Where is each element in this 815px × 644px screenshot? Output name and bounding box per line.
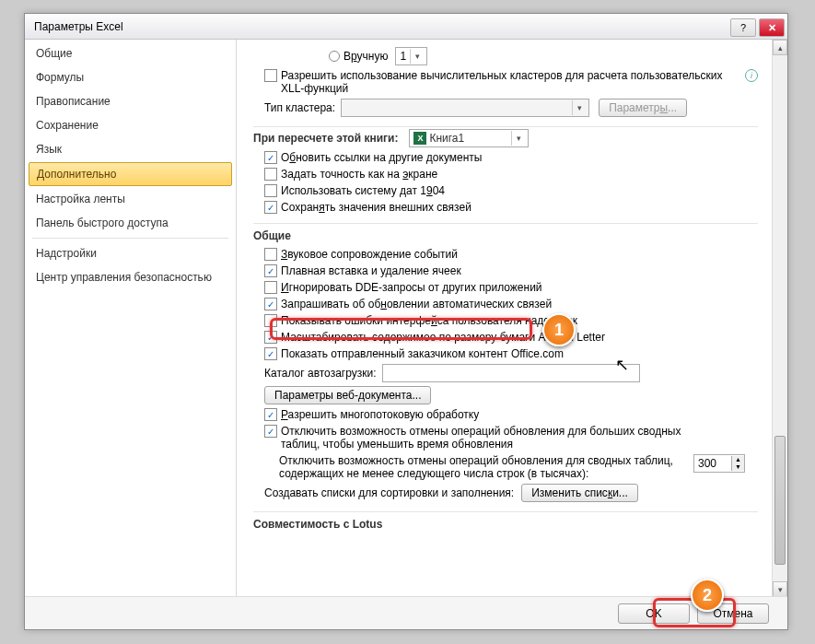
section-lotus: Совместимость с Lotus — [253, 511, 758, 534]
cluster-type-dropdown[interactable]: ▾ — [341, 99, 589, 117]
chk-office-content[interactable] — [264, 347, 277, 360]
chevron-down-icon: ▾ — [511, 131, 526, 146]
chevron-down-icon: ▾ — [572, 100, 587, 115]
nav-formulas[interactable]: Формулы — [25, 65, 236, 89]
chk-smooth-label: Плавная вставка и удаление ячеек — [281, 264, 461, 277]
close-button[interactable]: ✕ — [759, 18, 785, 37]
rows-input[interactable] — [694, 457, 731, 470]
radio-manual[interactable] — [329, 51, 340, 62]
manual-value[interactable]: 1 ▾ — [395, 47, 427, 65]
spin-up-icon[interactable]: ▲ — [732, 456, 744, 463]
chk-clusters[interactable] — [264, 69, 277, 82]
chk-multithread[interactable] — [264, 408, 277, 421]
cluster-params-button[interactable]: Параметры... — [599, 99, 687, 117]
spin-down-icon[interactable]: ▼ — [732, 463, 744, 471]
nav-proofing[interactable]: Правописание — [25, 89, 236, 113]
chk-sound[interactable] — [264, 248, 277, 261]
chk-1904-label: Использовать систему дат 1904 — [281, 184, 445, 197]
chk-precision[interactable] — [264, 168, 277, 181]
chk-update-links[interactable] — [264, 151, 277, 164]
scroll-thumb[interactable] — [774, 436, 786, 565]
titlebar[interactable]: Параметры Excel ? ✕ — [25, 14, 787, 40]
chk-scale-a4[interactable] — [264, 331, 277, 344]
ok-button[interactable]: OK — [618, 603, 690, 624]
chk-addin-errors[interactable] — [264, 314, 277, 327]
chk-ask-update[interactable] — [264, 298, 277, 310]
content-pane: Вручную 1 ▾ Разрешить использование вычи… — [237, 40, 787, 597]
annotation-callout-1: 1 — [542, 313, 576, 346]
chk-addin-errors-label: Показывать ошибки интерфейса пользовател… — [281, 314, 577, 327]
chk-ask-update-label: Запрашивать об обновлении автоматических… — [281, 298, 552, 310]
chk-sound-label: Звуковое сопровождение событий — [281, 248, 458, 261]
web-params-button[interactable]: Параметры веб-документа... — [264, 386, 431, 404]
section-recalc: При пересчете этой книги: X Книга1 ▾ — [253, 126, 758, 149]
chk-smooth[interactable] — [264, 264, 277, 277]
chk-office-content-label: Показать отправленный заказчиком контент… — [281, 347, 564, 360]
nav-qat[interactable]: Панель быстрого доступа — [25, 211, 236, 235]
chk-ignore-dde-label: Игнорировать DDE-запросы от других прило… — [281, 281, 542, 294]
chk-update-links-label: Обновить ссылки на другие документы — [281, 151, 482, 164]
help-button[interactable]: ? — [730, 18, 756, 37]
nav-save[interactable]: Сохранение — [25, 113, 236, 137]
nav-trust[interactable]: Центр управления безопасностью — [25, 265, 236, 289]
annotation-callout-2: 2 — [691, 579, 724, 612]
workbook-dropdown[interactable]: X Книга1 ▾ — [409, 129, 529, 147]
create-lists-label: Создавать списки для сортировки и заполн… — [264, 486, 514, 499]
chevron-down-icon: ▾ — [410, 49, 425, 64]
edit-lists-button[interactable]: Изменить списки... — [521, 484, 638, 502]
nav-advanced[interactable]: Дополнительно — [29, 162, 232, 186]
rows-spinner[interactable]: ▲▼ — [693, 454, 745, 473]
chk-undo-large-label: Отключить возможность отмены операций об… — [281, 425, 714, 451]
section-general: Общие — [253, 223, 758, 246]
chk-multithread-label: Разрешить многопотоковую обработку — [281, 408, 479, 421]
nav-language[interactable]: Язык — [25, 137, 236, 161]
radio-manual-label: Вручную — [343, 50, 388, 63]
nav-ribbon[interactable]: Настройка ленты — [25, 187, 236, 211]
info-icon[interactable]: i — [745, 69, 758, 82]
chk-precision-label: Задать точность как на экране — [281, 168, 437, 181]
startup-dir-input[interactable] — [382, 364, 640, 382]
excel-options-dialog: Параметры Excel ? ✕ Общие Формулы Правоп… — [24, 13, 788, 630]
nav-general[interactable]: Общие — [25, 41, 236, 65]
chk-ignore-dde[interactable] — [264, 281, 277, 294]
category-sidebar: Общие Формулы Правописание Сохранение Яз… — [25, 40, 237, 597]
nav-addins[interactable]: Надстройки — [25, 241, 236, 265]
dialog-button-row: OK Отмена — [25, 596, 787, 629]
scroll-down-icon[interactable]: ▾ — [773, 581, 787, 597]
scroll-up-icon[interactable]: ▴ — [773, 40, 787, 55]
cluster-type-label: Тип кластера: — [264, 101, 335, 114]
undo-rows-label: Отключить возможность отмены операций об… — [279, 454, 684, 480]
chk-ext-refs-label: Сохранять значения внешних связей — [281, 201, 472, 214]
chk-undo-large[interactable] — [264, 425, 277, 438]
dialog-title: Параметры Excel — [34, 20, 123, 33]
startup-dir-label: Каталог автозагрузки: — [264, 367, 377, 380]
vertical-scrollbar[interactable]: ▴ ▾ — [772, 40, 787, 597]
excel-icon: X — [413, 132, 426, 145]
chk-clusters-label: Разрешить использование вычислительных к… — [281, 69, 745, 95]
chk-ext-refs[interactable] — [264, 201, 277, 214]
chk-1904[interactable] — [264, 184, 277, 197]
